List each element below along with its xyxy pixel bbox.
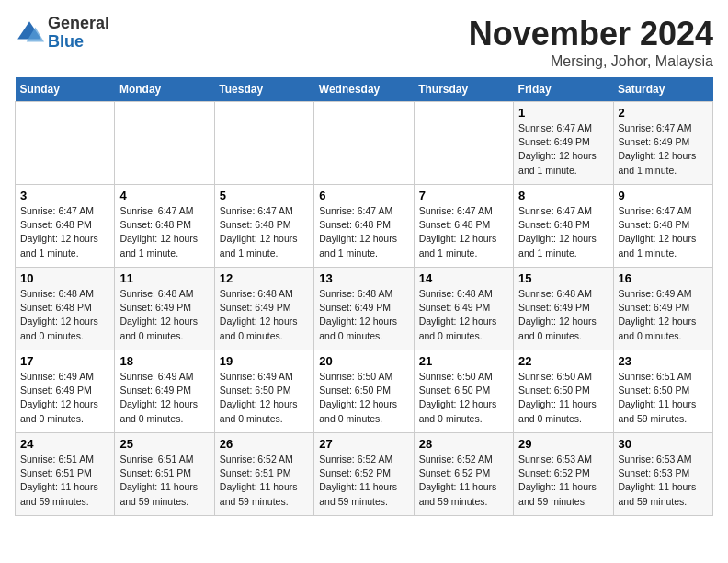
day-info: Sunrise: 6:50 AM Sunset: 6:50 PM Dayligh… xyxy=(419,370,508,426)
calendar-cell: 8Sunrise: 6:47 AM Sunset: 6:48 PM Daylig… xyxy=(514,185,613,268)
day-number: 9 xyxy=(619,189,708,202)
calendar-cell: 7Sunrise: 6:47 AM Sunset: 6:48 PM Daylig… xyxy=(414,185,513,268)
calendar-cell: 18Sunrise: 6:49 AM Sunset: 6:49 PM Dayli… xyxy=(115,350,214,433)
logo-text: General Blue xyxy=(48,15,109,52)
calendar-cell: 21Sunrise: 6:50 AM Sunset: 6:50 PM Dayli… xyxy=(414,350,513,433)
calendar-cell: 9Sunrise: 6:47 AM Sunset: 6:48 PM Daylig… xyxy=(613,185,712,268)
day-number: 23 xyxy=(619,354,708,368)
calendar-cell: 2Sunrise: 6:47 AM Sunset: 6:49 PM Daylig… xyxy=(613,102,712,185)
day-number: 18 xyxy=(119,354,209,368)
logo-general: General xyxy=(48,14,109,32)
calendar-week-1: 1Sunrise: 6:47 AM Sunset: 6:49 PM Daylig… xyxy=(16,102,713,185)
day-number: 21 xyxy=(419,354,508,368)
day-info: Sunrise: 6:49 AM Sunset: 6:49 PM Dayligh… xyxy=(119,370,209,426)
day-number: 7 xyxy=(419,189,508,202)
header-tuesday: Tuesday xyxy=(214,77,313,102)
header-monday: Monday xyxy=(115,77,214,102)
calendar-header: Sunday Monday Tuesday Wednesday Thursday… xyxy=(16,77,713,102)
calendar-cell: 26Sunrise: 6:52 AM Sunset: 6:51 PM Dayli… xyxy=(214,433,313,516)
month-title: November 2024 xyxy=(469,15,713,53)
day-info: Sunrise: 6:52 AM Sunset: 6:51 PM Dayligh… xyxy=(220,453,309,509)
logo-icon xyxy=(15,18,44,48)
day-info: Sunrise: 6:47 AM Sunset: 6:49 PM Dayligh… xyxy=(518,121,608,178)
calendar-week-5: 24Sunrise: 6:51 AM Sunset: 6:51 PM Dayli… xyxy=(16,433,713,516)
header-sunday: Sunday xyxy=(16,77,115,102)
day-info: Sunrise: 6:48 AM Sunset: 6:49 PM Dayligh… xyxy=(220,287,309,343)
day-number: 15 xyxy=(518,271,608,285)
day-info: Sunrise: 6:48 AM Sunset: 6:49 PM Dayligh… xyxy=(419,287,508,343)
calendar-week-3: 10Sunrise: 6:48 AM Sunset: 6:48 PM Dayli… xyxy=(16,268,713,350)
calendar-cell: 5Sunrise: 6:47 AM Sunset: 6:48 PM Daylig… xyxy=(214,185,313,268)
calendar-cell: 13Sunrise: 6:48 AM Sunset: 6:49 PM Dayli… xyxy=(314,268,414,350)
day-number: 5 xyxy=(220,189,309,202)
day-number: 29 xyxy=(518,437,608,451)
day-info: Sunrise: 6:47 AM Sunset: 6:48 PM Dayligh… xyxy=(419,204,508,260)
day-info: Sunrise: 6:51 AM Sunset: 6:51 PM Dayligh… xyxy=(119,453,209,509)
day-info: Sunrise: 6:48 AM Sunset: 6:49 PM Dayligh… xyxy=(319,287,408,343)
day-number: 13 xyxy=(319,271,408,285)
calendar-cell xyxy=(414,102,513,185)
day-number: 27 xyxy=(319,437,408,451)
day-info: Sunrise: 6:52 AM Sunset: 6:52 PM Dayligh… xyxy=(319,453,408,509)
day-number: 30 xyxy=(619,437,708,451)
day-info: Sunrise: 6:53 AM Sunset: 6:52 PM Dayligh… xyxy=(518,453,608,509)
day-number: 28 xyxy=(419,437,508,451)
day-number: 4 xyxy=(119,189,209,202)
calendar-cell: 19Sunrise: 6:49 AM Sunset: 6:50 PM Dayli… xyxy=(214,350,313,433)
location-subtitle: Mersing, Johor, Malaysia xyxy=(469,53,713,70)
day-number: 8 xyxy=(518,189,608,202)
header-thursday: Thursday xyxy=(414,77,513,102)
day-number: 24 xyxy=(20,437,109,451)
day-number: 1 xyxy=(518,106,608,120)
calendar-cell: 14Sunrise: 6:48 AM Sunset: 6:49 PM Dayli… xyxy=(414,268,513,350)
calendar-cell: 23Sunrise: 6:51 AM Sunset: 6:50 PM Dayli… xyxy=(613,350,712,433)
day-number: 16 xyxy=(619,271,708,285)
day-number: 10 xyxy=(20,271,109,285)
calendar-cell: 15Sunrise: 6:48 AM Sunset: 6:49 PM Dayli… xyxy=(514,268,613,350)
day-info: Sunrise: 6:47 AM Sunset: 6:48 PM Dayligh… xyxy=(220,204,309,260)
day-info: Sunrise: 6:48 AM Sunset: 6:48 PM Dayligh… xyxy=(20,287,109,343)
day-info: Sunrise: 6:49 AM Sunset: 6:49 PM Dayligh… xyxy=(619,287,708,343)
calendar-cell: 29Sunrise: 6:53 AM Sunset: 6:52 PM Dayli… xyxy=(514,433,613,516)
day-number: 26 xyxy=(220,437,309,451)
day-number: 22 xyxy=(518,354,608,368)
title-block: November 2024 Mersing, Johor, Malaysia xyxy=(469,15,713,70)
calendar-cell: 3Sunrise: 6:47 AM Sunset: 6:48 PM Daylig… xyxy=(16,185,115,268)
day-number: 3 xyxy=(20,189,109,202)
weekday-header-row: Sunday Monday Tuesday Wednesday Thursday… xyxy=(16,77,713,102)
day-info: Sunrise: 6:47 AM Sunset: 6:48 PM Dayligh… xyxy=(619,204,708,260)
day-info: Sunrise: 6:47 AM Sunset: 6:48 PM Dayligh… xyxy=(518,204,608,260)
calendar-cell: 12Sunrise: 6:48 AM Sunset: 6:49 PM Dayli… xyxy=(214,268,313,350)
calendar-cell: 22Sunrise: 6:50 AM Sunset: 6:50 PM Dayli… xyxy=(514,350,613,433)
logo: General Blue xyxy=(15,15,109,52)
calendar-cell xyxy=(214,102,313,185)
day-number: 20 xyxy=(319,354,408,368)
calendar-cell: 6Sunrise: 6:47 AM Sunset: 6:48 PM Daylig… xyxy=(314,185,414,268)
day-number: 2 xyxy=(619,106,708,120)
calendar-cell: 30Sunrise: 6:53 AM Sunset: 6:53 PM Dayli… xyxy=(613,433,712,516)
day-info: Sunrise: 6:50 AM Sunset: 6:50 PM Dayligh… xyxy=(518,370,608,426)
calendar-body: 1Sunrise: 6:47 AM Sunset: 6:49 PM Daylig… xyxy=(16,102,713,516)
calendar-cell: 20Sunrise: 6:50 AM Sunset: 6:50 PM Dayli… xyxy=(314,350,414,433)
calendar-table: Sunday Monday Tuesday Wednesday Thursday… xyxy=(15,77,713,516)
calendar-cell: 11Sunrise: 6:48 AM Sunset: 6:49 PM Dayli… xyxy=(115,268,214,350)
calendar-cell xyxy=(16,102,115,185)
calendar-cell: 1Sunrise: 6:47 AM Sunset: 6:49 PM Daylig… xyxy=(514,102,613,185)
calendar-cell xyxy=(314,102,414,185)
day-number: 25 xyxy=(119,437,209,451)
day-info: Sunrise: 6:50 AM Sunset: 6:50 PM Dayligh… xyxy=(319,370,408,426)
logo-blue: Blue xyxy=(48,32,84,51)
day-number: 14 xyxy=(419,271,508,285)
day-info: Sunrise: 6:47 AM Sunset: 6:48 PM Dayligh… xyxy=(319,204,408,260)
calendar-week-2: 3Sunrise: 6:47 AM Sunset: 6:48 PM Daylig… xyxy=(16,185,713,268)
day-info: Sunrise: 6:49 AM Sunset: 6:50 PM Dayligh… xyxy=(220,370,309,426)
calendar-cell: 17Sunrise: 6:49 AM Sunset: 6:49 PM Dayli… xyxy=(16,350,115,433)
calendar-cell: 4Sunrise: 6:47 AM Sunset: 6:48 PM Daylig… xyxy=(115,185,214,268)
day-info: Sunrise: 6:49 AM Sunset: 6:49 PM Dayligh… xyxy=(20,370,109,426)
day-info: Sunrise: 6:47 AM Sunset: 6:48 PM Dayligh… xyxy=(20,204,109,260)
page-header: General Blue November 2024 Mersing, Joho… xyxy=(15,15,713,70)
day-info: Sunrise: 6:53 AM Sunset: 6:53 PM Dayligh… xyxy=(619,453,708,509)
calendar-week-4: 17Sunrise: 6:49 AM Sunset: 6:49 PM Dayli… xyxy=(16,350,713,433)
day-number: 19 xyxy=(220,354,309,368)
calendar-cell: 24Sunrise: 6:51 AM Sunset: 6:51 PM Dayli… xyxy=(16,433,115,516)
